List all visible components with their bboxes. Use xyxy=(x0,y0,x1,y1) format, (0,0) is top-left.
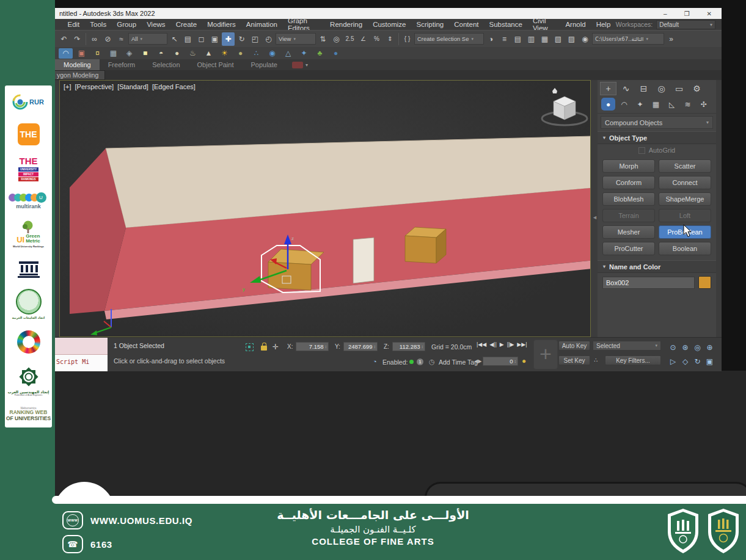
go-to-end-icon[interactable]: ▶▶| xyxy=(517,341,527,347)
snaps-toggle-icon[interactable]: 2.5 xyxy=(343,32,356,46)
terrain-icon[interactable]: △ xyxy=(281,48,295,59)
menu-item[interactable]: Create xyxy=(170,21,202,28)
unlink-selection-icon[interactable]: ⊘ xyxy=(101,32,114,46)
cameras-category[interactable]: ▦ xyxy=(649,98,663,111)
restore-button[interactable]: ❐ xyxy=(684,10,690,17)
panel-collapse-icon[interactable]: ◄ xyxy=(592,214,598,220)
render-setup-icon[interactable]: ◉ xyxy=(579,32,591,46)
orbit-icon[interactable]: ↻ xyxy=(692,355,703,368)
menu-item[interactable]: Help xyxy=(591,21,616,28)
window-crossing-toggle-icon[interactable]: ▣ xyxy=(208,32,221,46)
viewcube-home-icon[interactable] xyxy=(552,88,557,93)
waterdrop-icon[interactable]: ◉ xyxy=(265,48,279,59)
camera-sequencer-icon[interactable]: ▦ xyxy=(106,48,120,59)
ribbon-config[interactable]: ▾ xyxy=(292,59,308,70)
object-type-button[interactable]: Boolean xyxy=(659,242,711,255)
rectangular-selection-region-icon[interactable]: ◻ xyxy=(195,32,208,46)
lights-category[interactable]: ✦ xyxy=(633,98,647,111)
object-type-button[interactable]: Connect xyxy=(659,176,711,189)
geometry-category[interactable]: ● xyxy=(601,98,615,111)
timeline-settings-icon[interactable]: ◔ xyxy=(373,358,377,365)
selection-set-filter-dropdown[interactable]: Selected▾ xyxy=(593,341,661,351)
viewport-menu-renderer[interactable]: [Standard] xyxy=(117,83,148,90)
scatter-icon[interactable]: ∴ xyxy=(249,48,263,59)
viewcube[interactable] xyxy=(542,96,587,125)
project-folder-dropdown[interactable]: C:\Users\x67..الثالثة ▾ xyxy=(592,33,664,45)
select-object-icon[interactable]: ↖ xyxy=(168,32,181,46)
menu-item[interactable]: Content xyxy=(449,21,484,28)
select-by-name-icon[interactable]: ▤ xyxy=(181,32,194,46)
play-icon[interactable]: ▶ xyxy=(500,341,504,347)
key-mode-toggle-icon[interactable]: ● xyxy=(522,357,526,365)
select-and-manipulate-icon[interactable]: ◎ xyxy=(330,32,343,46)
grass-icon[interactable]: ♣ xyxy=(313,48,327,59)
object-type-button[interactable]: ProCutter xyxy=(602,242,655,255)
add-layout-tab-button[interactable]: + xyxy=(533,340,558,369)
menu-item[interactable]: Arnold xyxy=(560,21,591,28)
zoom-all-icon[interactable]: ⊛ xyxy=(679,341,691,354)
select-and-move-icon[interactable]: ✚ xyxy=(222,32,235,46)
close-button[interactable]: ✕ xyxy=(707,10,712,17)
viewport-menu-shading[interactable]: [Edged Faces] xyxy=(152,83,196,90)
selection-lock-icon[interactable] xyxy=(261,346,267,351)
named-selection-set-dropdown[interactable]: Create Selection Se ▾ xyxy=(414,33,484,45)
dome-primitive-icon[interactable]: ◓ xyxy=(154,48,168,59)
menu-item[interactable]: Edit xyxy=(62,21,85,28)
viewport-layout-icon[interactable]: ◠ xyxy=(59,48,73,59)
arnold-light-icon[interactable]: ● xyxy=(329,48,343,59)
ribbon-tab[interactable]: Populate xyxy=(242,59,285,70)
maxscript-mini-listener[interactable]: Script Mi xyxy=(55,338,108,371)
object-type-button[interactable]: BlobMesh xyxy=(602,192,655,206)
object-type-button[interactable]: Scatter xyxy=(659,159,711,173)
perspective-viewport[interactable]: [+] [Perspective] [Standard] [Edged Face… xyxy=(59,80,591,337)
teapot-primitive-icon[interactable]: ♨ xyxy=(186,48,200,59)
viewport-menu-pov[interactable]: [Perspective] xyxy=(75,83,114,90)
modify-tab[interactable]: ∿ xyxy=(618,82,634,95)
viewport-menu-general[interactable]: [+] xyxy=(64,83,71,90)
menu-item[interactable]: Tools xyxy=(85,21,112,28)
percent-snap-icon[interactable]: % xyxy=(370,32,383,46)
3d-scene[interactable]: z y xyxy=(60,81,590,336)
spinner-snap-icon[interactable]: ⇕ xyxy=(384,32,397,46)
ribbon-tab[interactable]: Modeling xyxy=(55,59,100,70)
align-icon[interactable]: ≡ xyxy=(498,32,511,46)
use-pivot-point-icon[interactable]: ⇅ xyxy=(316,32,329,46)
polygon-modeling-tab[interactable]: ygon Modeling xyxy=(55,70,105,80)
select-and-scale-icon[interactable]: ◰ xyxy=(249,32,261,46)
y-coordinate-field[interactable]: 2487.699↕ xyxy=(343,342,378,351)
ribbon-tab[interactable]: Object Paint xyxy=(189,59,243,70)
previous-frame-icon[interactable]: ◀|| xyxy=(489,341,497,347)
box-primitive-icon[interactable]: ■ xyxy=(138,48,152,59)
orange-box-right[interactable] xyxy=(405,227,446,263)
menu-item[interactable]: Views xyxy=(142,21,170,28)
z-coordinate-field[interactable]: 112.283↕ xyxy=(392,342,425,351)
select-and-rotate-icon[interactable]: ↻ xyxy=(235,32,248,46)
minimize-button[interactable]: – xyxy=(664,10,667,17)
display-tab[interactable]: ▭ xyxy=(671,82,687,95)
create-tab[interactable]: + xyxy=(600,82,616,95)
light-lister-icon[interactable]: ¤ xyxy=(90,48,104,59)
toolbar-overflow-icon[interactable]: » xyxy=(665,32,678,46)
object-type-button[interactable]: Terrain xyxy=(602,209,655,222)
object-type-button[interactable]: Morph xyxy=(602,159,655,173)
menu-item[interactable]: Rendering xyxy=(325,21,368,28)
zoom-icon[interactable]: ⊙ xyxy=(667,341,679,354)
auto-key-button[interactable]: Auto Key xyxy=(558,341,590,351)
menu-item[interactable]: Group xyxy=(112,21,142,28)
current-frame-field[interactable]: 0↕ xyxy=(483,357,518,366)
ribbon-tab[interactable]: Freeform xyxy=(100,59,144,70)
rendered-frame-window-icon[interactable]: ▣ xyxy=(75,48,89,59)
autogrid-checkbox[interactable] xyxy=(638,147,645,154)
toggle-ribbon-icon[interactable]: ▦ xyxy=(538,32,551,46)
zoom-extents-icon[interactable]: ◎ xyxy=(692,341,703,354)
cone-primitive-icon[interactable]: ▲ xyxy=(202,48,216,59)
foliage-icon[interactable]: ✦ xyxy=(297,48,311,59)
name-and-color-rollout[interactable]: ▾ Name and Color xyxy=(598,260,716,273)
menu-item[interactable]: Substance xyxy=(484,21,527,28)
object-type-button[interactable]: ShapeMerge xyxy=(659,192,711,206)
x-coordinate-field[interactable]: 7.158↕ xyxy=(296,342,329,351)
helpers-category[interactable]: ◺ xyxy=(665,98,679,111)
menu-item[interactable]: Modifiers xyxy=(202,21,241,28)
zoom-region-icon[interactable]: ▷ xyxy=(667,355,679,368)
curve-editor-icon[interactable]: ▧ xyxy=(552,32,565,46)
